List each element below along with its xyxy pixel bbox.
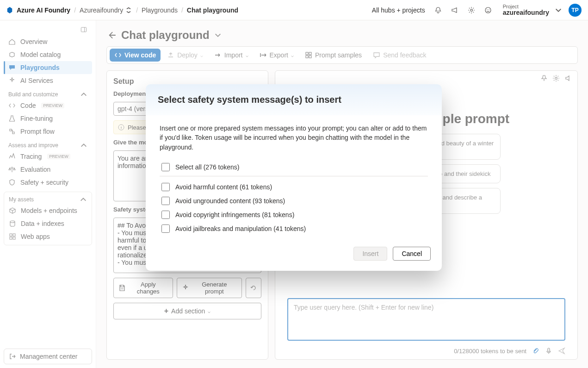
safety-messages-modal: Select safety system message(s) to inser…	[146, 84, 442, 271]
svg-rect-16	[548, 348, 550, 352]
sidebar-item-evaluation[interactable]: Evaluation	[4, 163, 92, 176]
option-checkbox[interactable]: Avoid copyright infringements (81 tokens…	[160, 208, 428, 222]
group-assess[interactable]: Assess and improve	[4, 138, 92, 150]
management-center-link[interactable]: Management center	[4, 349, 92, 364]
project-selector[interactable]: Project azureaifoundry	[503, 4, 549, 16]
gear-icon[interactable]	[465, 4, 478, 17]
sidebar: Overview Model catalog Playgrounds AI Se…	[0, 20, 96, 368]
insert-button[interactable]: Insert	[353, 247, 387, 261]
send-feedback-button[interactable]: Send feedback	[368, 49, 431, 62]
select-all-checkbox[interactable]: Select all (276 tokens)	[160, 160, 428, 174]
sparkle-icon	[8, 77, 16, 84]
group-build[interactable]: Build and customize	[4, 87, 92, 99]
chat-input[interactable]: Type user query here. (Shift + Enter for…	[287, 298, 565, 341]
import-button[interactable]: Import⌵	[210, 49, 253, 62]
option-checkbox[interactable]: Avoid ungrounded content (93 tokens)	[160, 194, 428, 208]
chevron-up-icon	[80, 196, 87, 203]
crumb-sep: /	[74, 6, 76, 14]
page-title: Chat playground	[121, 29, 210, 42]
svg-point-2	[487, 9, 488, 10]
sidebar-item-playgrounds[interactable]: Playgrounds	[4, 61, 92, 74]
collapse-sidebar-icon[interactable]	[77, 23, 90, 36]
speaker-icon[interactable]	[564, 75, 572, 82]
sidebar-item-safety[interactable]: Safety + security	[4, 176, 92, 189]
svg-rect-9	[13, 237, 15, 239]
view-code-button[interactable]: View code	[110, 49, 161, 62]
sidebar-item-data[interactable]: Data + indexes	[4, 217, 92, 230]
chevron-down-icon[interactable]	[555, 6, 562, 14]
svg-rect-12	[306, 56, 308, 58]
sidebar-item-fine-tuning[interactable]: Fine-tuning	[4, 112, 92, 125]
sidebar-item-code[interactable]: CodePREVIEW	[4, 99, 92, 112]
shield-icon	[8, 179, 16, 186]
database-icon	[9, 220, 16, 227]
undo-icon	[250, 284, 257, 292]
avatar[interactable]: TP	[569, 4, 582, 17]
svg-rect-8	[10, 237, 12, 239]
cancel-button[interactable]: Cancel	[393, 247, 431, 261]
box-icon	[9, 207, 16, 214]
chevron-down-icon[interactable]	[214, 31, 222, 39]
svg-point-0	[470, 9, 472, 11]
breadcrumb-mid[interactable]: Playgrounds	[142, 6, 178, 14]
svg-rect-7	[13, 234, 15, 236]
gear-icon[interactable]	[552, 75, 560, 82]
exit-icon	[9, 353, 16, 360]
bell-icon[interactable]	[432, 4, 445, 17]
sidebar-item-web-apps[interactable]: Web apps	[4, 230, 92, 243]
svg-rect-10	[306, 52, 308, 55]
sidebar-item-models[interactable]: Models + endpoints	[4, 204, 92, 217]
svg-rect-4	[81, 27, 86, 32]
attach-icon[interactable]	[532, 347, 539, 355]
pin-icon[interactable]	[540, 75, 548, 82]
deploy-button[interactable]: Deploy⌵	[162, 49, 208, 62]
smiley-icon[interactable]	[482, 4, 495, 17]
svg-rect-13	[309, 56, 311, 58]
mic-icon[interactable]	[545, 347, 552, 355]
sidebar-item-model-catalog[interactable]: Model catalog	[4, 48, 92, 61]
group-assets[interactable]: My assets	[4, 192, 92, 204]
send-icon[interactable]	[558, 347, 565, 355]
apply-changes-button[interactable]: Apply changes	[113, 278, 173, 298]
flask-icon	[8, 115, 16, 122]
sidebar-item-overview[interactable]: Overview	[4, 35, 92, 48]
modal-description: Insert one or more prepared system messa…	[160, 124, 428, 152]
add-section-button[interactable]: +Add section⌵	[113, 303, 261, 319]
token-counter: 0/128000 tokens to be sent	[454, 348, 526, 355]
chat-icon	[8, 64, 16, 71]
chevron-updown-icon[interactable]	[125, 6, 132, 14]
toolbar: View code Deploy⌵ Import⌵ Export⌵ Prompt…	[106, 46, 578, 64]
chevron-up-icon	[80, 91, 87, 98]
generate-prompt-button[interactable]: Generate prompt	[177, 278, 242, 298]
info-icon	[118, 124, 125, 131]
sidebar-item-ai-services[interactable]: AI Services	[4, 74, 92, 87]
back-arrow-icon[interactable]	[106, 30, 117, 40]
svg-rect-11	[309, 52, 311, 55]
hubs-link[interactable]: All hubs + projects	[372, 6, 425, 14]
reset-button[interactable]	[246, 278, 261, 298]
modal-title: Select safety system message(s) to inser…	[158, 94, 430, 105]
sidebar-item-tracing[interactable]: TracingPREVIEW	[4, 150, 92, 163]
sparkle-icon	[182, 284, 189, 292]
svg-point-15	[555, 77, 557, 80]
megaphone-icon[interactable]	[448, 4, 461, 17]
brand-name[interactable]: Azure AI Foundry	[17, 6, 70, 14]
chevron-up-icon	[80, 142, 87, 149]
svg-point-1	[485, 7, 491, 13]
scales-icon	[8, 166, 16, 173]
svg-point-3	[489, 9, 489, 10]
save-icon	[118, 284, 126, 292]
trace-icon	[8, 153, 16, 160]
prompt-samples-button[interactable]: Prompt samples	[300, 49, 366, 62]
catalog-icon	[8, 51, 16, 58]
option-checkbox[interactable]: Avoid harmful content (61 tokens)	[160, 180, 428, 194]
home-icon	[8, 38, 16, 45]
breadcrumb-root[interactable]: Azureaifoundry	[80, 6, 123, 14]
sidebar-item-prompt-flow[interactable]: Prompt flow	[4, 125, 92, 138]
svg-point-5	[10, 221, 15, 223]
export-button[interactable]: Export⌵	[255, 49, 298, 62]
flow-icon	[8, 128, 16, 135]
code-icon	[8, 102, 16, 109]
brand-logo	[6, 7, 13, 13]
option-checkbox[interactable]: Avoid jailbreaks and manipulation (41 to…	[160, 222, 428, 236]
